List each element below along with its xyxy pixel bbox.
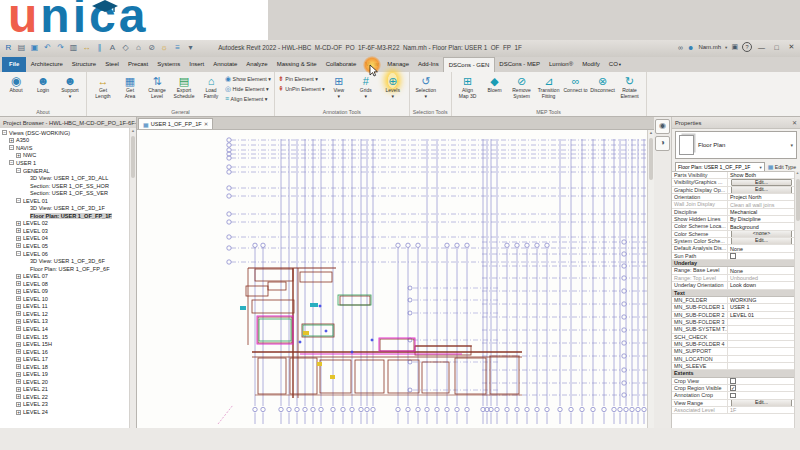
tree-item-nwc[interactable]: +NWC (0, 152, 130, 160)
property-value[interactable]: Show Both (728, 172, 795, 178)
tree-item-navis[interactable]: −NAVIS (0, 144, 130, 152)
scroll-thumb[interactable] (796, 179, 800, 221)
scroll-thumb[interactable] (131, 136, 135, 178)
expander-icon[interactable]: + (16, 311, 21, 316)
property-row-discipline[interactable]: DisciplineMechanical (672, 209, 795, 216)
property-row-annotation-crop[interactable]: Annotation Crop (672, 392, 795, 399)
revit-logo-icon[interactable]: R (3, 41, 14, 55)
expander-icon[interactable]: + (16, 228, 21, 233)
tree-item-level-15[interactable]: +LEVEL 15 (0, 333, 130, 341)
property-value[interactable]: Look down (728, 282, 795, 288)
view-button[interactable]: ⊞View▾ (326, 73, 352, 99)
open-file-icon[interactable]: ▤ (16, 41, 27, 55)
property-row-crop-view[interactable]: Crop View (672, 378, 795, 385)
levels-button[interactable]: ⊕Levels▾ (380, 73, 406, 99)
tree-item-3d-view-user-1-of-3d-6f[interactable]: 3D View: USER 1_OF_3D_6F (0, 257, 130, 265)
tree-item-user-1[interactable]: −USER 1 (0, 159, 130, 167)
property-value[interactable]: 1F (728, 407, 795, 413)
tree-item-section-user-1-of-ss-ver[interactable]: Section: USER 1_OF_SS_VER (0, 189, 130, 197)
help-icon[interactable]: ? (742, 42, 752, 52)
property-value[interactable] (728, 334, 795, 340)
property-value[interactable] (728, 363, 795, 369)
property-row-sun-path[interactable]: Sun Path (672, 253, 795, 260)
property-row-show-hidden-lines[interactable]: Show Hidden LinesBy Discipline (672, 216, 795, 223)
tab-add-ins[interactable]: Add-Ins (413, 57, 443, 72)
remove-system-button[interactable]: ⊘RemoveSystem (509, 73, 535, 99)
bloem-button[interactable]: ◆Bloem (482, 73, 508, 94)
tree-item-level-16[interactable]: +LEVEL 16 (0, 348, 130, 356)
property-value[interactable] (728, 253, 795, 259)
change-level-button[interactable]: ⇅ChangeLevel (144, 73, 170, 99)
property-value[interactable]: LEVEL 01 (728, 312, 795, 318)
expander-icon[interactable]: + (16, 281, 21, 286)
signed-in-user[interactable]: Nam.mh (698, 44, 721, 50)
property-button[interactable]: Edit... (731, 238, 792, 244)
property-value[interactable]: Edit... (728, 238, 795, 244)
property-row-view-range[interactable]: View RangeEdit... (672, 400, 795, 407)
tab-massing-site[interactable]: Massing & Site (272, 57, 321, 72)
get-area-button[interactable]: ▦GetArea (117, 73, 143, 99)
tab-dscons-mep[interactable]: DSCons - MEP (495, 57, 545, 72)
property-value[interactable] (728, 326, 795, 332)
property-row-visibility-graphics[interactable]: Visibility/Graphics ...Edit... (672, 179, 795, 186)
tree-item-general[interactable]: −GENERAL (0, 167, 130, 175)
save-icon[interactable]: ▣ (29, 41, 40, 55)
property-value[interactable] (728, 356, 795, 362)
expander-icon[interactable]: + (16, 221, 21, 226)
drawing-canvas[interactable]: ▲ (137, 130, 654, 428)
property-value[interactable] (728, 392, 795, 398)
properties-filter-dropdown[interactable]: Floor Plan: USER 1_OF_FP_1F ▾ (675, 162, 765, 172)
search-icon[interactable]: ∞ (678, 44, 683, 51)
close-button[interactable]: ✕ (786, 43, 797, 51)
tree-item-level-12[interactable]: +LEVEL 12 (0, 310, 130, 318)
expander-icon[interactable]: + (16, 394, 21, 399)
tree-item-level-05[interactable]: +LEVEL 05 (0, 242, 130, 250)
selection-button[interactable]: ↺Selection▾ (413, 73, 439, 99)
property-row-mn-sub-folder-4[interactable]: MN_SUB-FOLDER 4 (672, 341, 795, 348)
checkbox-icon[interactable]: ✓ (730, 385, 736, 391)
view-tab-user-1-of-fp-1f[interactable]: ▦ USER 1_OF_FP_1F ✕ (138, 118, 213, 129)
project-browser-scrollbar[interactable]: ▲ (129, 128, 136, 428)
expander-icon[interactable]: + (16, 387, 21, 392)
tree-item-section-user-1-of-ss-hor[interactable]: Section: USER 1_OF_SS_HOR (0, 182, 130, 190)
rotate-element-button[interactable]: ↻RotateElement (617, 73, 643, 99)
get-length-button[interactable]: ↔GetLength (90, 73, 116, 99)
property-button[interactable]: Edit... (731, 400, 792, 406)
properties-header[interactable]: Properties ✕ (672, 117, 800, 129)
property-row-parts-visibility[interactable]: Parts VisibilityShow Both (672, 172, 795, 179)
expander-icon[interactable]: − (9, 145, 14, 150)
expander-icon[interactable]: + (16, 153, 21, 158)
edit-type-button[interactable]: ▦ Edit Type (767, 163, 797, 170)
checkbox-icon[interactable] (730, 378, 736, 384)
aligned-dimension-icon[interactable]: ∥ (94, 41, 105, 55)
property-button[interactable]: Edit... (731, 179, 792, 185)
property-row-color-scheme-loca[interactable]: Color Scheme Loca...Background (672, 223, 795, 230)
property-row-mn-sleeve[interactable]: MN_SLEEVE (672, 363, 795, 370)
property-value[interactable]: Edit... (728, 400, 795, 406)
tree-item-level-04[interactable]: +LEVEL 04 (0, 235, 130, 243)
property-row-sch-check[interactable]: SCH_CHECK (672, 334, 795, 341)
property-value[interactable]: Background (728, 223, 795, 229)
tree-item-level-03[interactable]: +LEVEL 03 (0, 227, 130, 235)
tab-file[interactable]: File (2, 57, 26, 72)
redo-icon[interactable]: ↷ (55, 41, 66, 55)
tree-item-level-24[interactable]: +LEVEL 24 (0, 408, 130, 416)
zoom-button[interactable]: ◑ (655, 136, 670, 151)
tree-item-level-08[interactable]: +LEVEL 08 (0, 280, 130, 288)
tree-item-floor-plan-user-1-of-fp-6f[interactable]: Floor Plan: USER 1_OF_FP_6F (0, 265, 130, 273)
cart-icon[interactable]: ▣ (731, 43, 738, 51)
property-button[interactable]: <none> (731, 231, 792, 237)
property-value[interactable]: USER 1 (728, 304, 795, 310)
property-value[interactable]: By Discipline (728, 216, 795, 222)
property-row-mn-folder[interactable]: MN_FOLDERWORKING (672, 297, 795, 304)
property-row-crop-region-visible[interactable]: Crop Region Visible✓ (672, 385, 795, 392)
tree-item-level-17[interactable]: +LEVEL 17 (0, 355, 130, 363)
tree-item-level-18[interactable]: +LEVEL 18 (0, 363, 130, 371)
close-view-icon[interactable]: ✕ (204, 121, 209, 127)
expander-icon[interactable]: + (16, 379, 21, 384)
tree-item-level-20[interactable]: +LEVEL 20 (0, 378, 130, 386)
tree-item-level-15h[interactable]: +LEVEL 15H (0, 340, 130, 348)
hide-element-button[interactable]: ◎Hide Element ▾ (225, 84, 271, 93)
expander-icon[interactable]: + (16, 326, 21, 331)
tab-structure[interactable]: Structure (67, 57, 100, 72)
